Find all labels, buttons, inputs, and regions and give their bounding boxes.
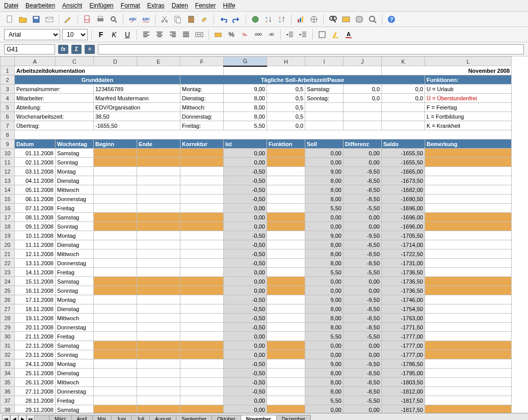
- weekend-soll[interactable]: 0,0: [344, 85, 382, 94]
- cell-diff[interactable]: 0,00: [344, 350, 382, 359]
- cell-weekday[interactable]: Freitag: [56, 332, 94, 341]
- cell-ist[interactable]: -0,50: [224, 194, 267, 204]
- cell-date[interactable]: 05.11.2008: [15, 185, 56, 194]
- cell-korr[interactable]: [180, 158, 224, 167]
- tab-next-icon[interactable]: ▶: [18, 415, 27, 421]
- add-decimal-icon[interactable]: .000: [252, 29, 263, 40]
- cell-remark[interactable]: [425, 167, 512, 176]
- data-col-header[interactable]: Korrektur: [180, 139, 224, 149]
- cell-end[interactable]: [137, 341, 180, 350]
- cell-ist[interactable]: 0,00: [224, 204, 267, 213]
- gallery-icon[interactable]: [340, 14, 352, 25]
- cell-end[interactable]: [137, 176, 180, 185]
- cell-saldo[interactable]: -1690,50: [382, 194, 425, 204]
- cell-weekday[interactable]: Samstag: [56, 341, 94, 350]
- data-col-header[interactable]: Beginn: [94, 139, 137, 149]
- cell-begin[interactable]: [94, 396, 137, 405]
- row-header[interactable]: 37: [1, 396, 15, 405]
- sum-icon[interactable]: Σ: [71, 45, 82, 54]
- cell-end[interactable]: [137, 158, 180, 167]
- day-soll[interactable]: 8,00: [224, 103, 267, 112]
- zoom-icon[interactable]: [367, 14, 378, 25]
- cell-remark[interactable]: [425, 387, 512, 396]
- cell-funktion[interactable]: [267, 359, 305, 369]
- cell-begin[interactable]: [94, 222, 137, 231]
- cell-soll[interactable]: 8,00: [305, 304, 344, 314]
- cell-korr[interactable]: [180, 249, 224, 259]
- cell-weekday[interactable]: Montag: [56, 231, 94, 240]
- cell-soll[interactable]: 8,00: [305, 176, 344, 185]
- cell-remark[interactable]: [425, 249, 512, 259]
- cell-weekday[interactable]: Sonntag: [56, 158, 94, 167]
- cell-date[interactable]: 11.11.2008: [15, 240, 56, 249]
- cell-end[interactable]: [137, 249, 180, 259]
- cell-saldo[interactable]: -1786,50: [382, 359, 425, 369]
- row-header[interactable]: 23: [1, 268, 15, 277]
- cell-saldo[interactable]: -1736,50: [382, 268, 425, 277]
- data-col-header[interactable]: Soll: [305, 139, 344, 149]
- cell-korr[interactable]: [180, 213, 224, 222]
- cell-begin[interactable]: [94, 378, 137, 387]
- col-header-e[interactable]: E: [137, 57, 180, 66]
- sheet-tab[interactable]: Dezember: [276, 415, 311, 421]
- paste-icon[interactable]: [186, 14, 197, 25]
- cell[interactable]: [344, 103, 382, 112]
- cell-funktion[interactable]: [267, 314, 305, 323]
- cell-remark[interactable]: [425, 277, 512, 286]
- find-icon[interactable]: [327, 14, 338, 25]
- cell-begin[interactable]: [94, 240, 137, 249]
- cell-diff[interactable]: -9,50: [344, 167, 382, 176]
- cell-saldo[interactable]: -1665,00: [382, 167, 425, 176]
- cell-funktion[interactable]: [267, 259, 305, 268]
- open-icon[interactable]: [17, 14, 29, 25]
- cell-diff[interactable]: -5,50: [344, 396, 382, 405]
- cell-korr[interactable]: [180, 176, 224, 185]
- row-header[interactable]: 21: [1, 249, 15, 259]
- cell-end[interactable]: [137, 295, 180, 304]
- weekend-pause[interactable]: 0,0: [382, 94, 425, 103]
- row-header[interactable]: 27: [1, 304, 15, 314]
- cell-funktion[interactable]: [267, 405, 305, 413]
- row-header[interactable]: 10: [1, 149, 15, 158]
- cell-date[interactable]: 03.11.2008: [15, 167, 56, 176]
- cell-funktion[interactable]: [267, 350, 305, 359]
- day-soll[interactable]: 8,00: [224, 112, 267, 121]
- cell-diff[interactable]: -8,50: [344, 240, 382, 249]
- autospell-icon[interactable]: ABC: [140, 14, 151, 25]
- cell-soll[interactable]: 5,50: [305, 204, 344, 213]
- cell-begin[interactable]: [94, 259, 137, 268]
- cell-diff[interactable]: 0,00: [344, 405, 382, 413]
- data-col-header[interactable]: Wochentag: [56, 139, 94, 149]
- cell-soll[interactable]: 0,00: [305, 158, 344, 167]
- cell-ist[interactable]: 0,00: [224, 350, 267, 359]
- cell-soll[interactable]: 8,00: [305, 369, 344, 378]
- cell-soll[interactable]: 0,00: [305, 277, 344, 286]
- cell-ist[interactable]: -0,50: [224, 176, 267, 185]
- fontcolor-icon[interactable]: A: [343, 29, 354, 40]
- cell-diff[interactable]: -5,50: [344, 268, 382, 277]
- data-col-header[interactable]: Ist: [224, 139, 267, 149]
- cell-funktion[interactable]: [267, 369, 305, 378]
- cell-begin[interactable]: [94, 341, 137, 350]
- cell-soll[interactable]: 8,00: [305, 378, 344, 387]
- cell-weekday[interactable]: Sonntag: [56, 286, 94, 295]
- cell-weekday[interactable]: Montag: [56, 167, 94, 176]
- cell-end[interactable]: [137, 185, 180, 194]
- cell-saldo[interactable]: -1746,00: [382, 295, 425, 304]
- cell-end[interactable]: [137, 268, 180, 277]
- row-header[interactable]: 4: [1, 94, 15, 103]
- cell-saldo[interactable]: -1722,50: [382, 249, 425, 259]
- cell-remark[interactable]: [425, 213, 512, 222]
- weekend-name[interactable]: Sonntag:: [305, 94, 344, 103]
- align-right-icon[interactable]: [167, 29, 178, 40]
- basis-val[interactable]: -1655,50: [94, 121, 180, 130]
- cell-end[interactable]: [137, 405, 180, 413]
- print-icon[interactable]: [95, 14, 106, 25]
- col-header-j[interactable]: J: [344, 57, 382, 66]
- cell-diff[interactable]: -8,50: [344, 259, 382, 268]
- sheet-tab[interactable]: September: [176, 415, 212, 421]
- title-cell[interactable]: Arbeitszeitdokumentation: [15, 66, 224, 75]
- cell-begin[interactable]: [94, 167, 137, 176]
- cell-weekday[interactable]: Samstag: [56, 149, 94, 158]
- cell-end[interactable]: [137, 369, 180, 378]
